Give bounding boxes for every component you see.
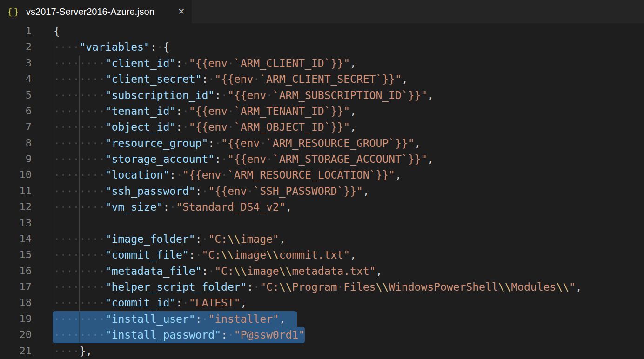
code-line[interactable]: 17········"helper_script_folder":·"C:\\P… xyxy=(0,279,644,295)
code-line[interactable]: 4········"client_secret":·"{{env·`ARM_CL… xyxy=(0,71,644,87)
indent-guide xyxy=(54,279,54,295)
line-number[interactable]: 12 xyxy=(0,199,54,215)
tab-vs2017-server2016-azure-json[interactable]: {} vs2017-Server2016-Azure.json ✕ xyxy=(0,0,192,23)
indent-guide xyxy=(79,279,80,295)
line-number[interactable]: 16 xyxy=(0,263,54,279)
indent-guide xyxy=(54,263,54,279)
code-line-content[interactable]: ········"location":·"{{env·`ARM_RESOURCE… xyxy=(54,167,644,183)
code-line[interactable]: 19········"install_user":·"installer", xyxy=(0,311,644,327)
code-line-content[interactable]: ········"metadata_file":·"C:\\image\\met… xyxy=(54,263,644,279)
code-line-content[interactable]: ········"client_id":·"{{env·`ARM_CLIENT_… xyxy=(54,55,644,71)
indent-guide xyxy=(54,39,54,55)
indent-guide xyxy=(79,71,80,87)
tab-bar: {} vs2017-Server2016-Azure.json ✕ xyxy=(0,0,644,23)
code-line[interactable]: 11········"ssh_password":·"{{env·`SSH_PA… xyxy=(0,183,644,199)
code-line[interactable]: 6········"tenant_id":·"{{env·`ARM_TENANT… xyxy=(0,103,644,119)
code-line[interactable]: 20········"install_password":·"P@ssw0rd1… xyxy=(0,327,644,343)
indent-guide xyxy=(54,247,54,263)
code-line[interactable]: 13 xyxy=(0,215,644,231)
code-line-content[interactable]: ········"image_folder":·"C:\\image", xyxy=(54,231,644,247)
indent-guide xyxy=(79,119,80,135)
line-number[interactable]: 11 xyxy=(0,183,54,199)
tab-close-icon[interactable]: ✕ xyxy=(178,7,185,16)
indent-guide xyxy=(54,183,54,199)
code-line[interactable]: 3········"client_id":·"{{env·`ARM_CLIENT… xyxy=(0,55,644,71)
indent-guide xyxy=(54,231,54,247)
line-number[interactable]: 13 xyxy=(0,215,54,231)
code-line[interactable]: 10········"location":·"{{env·`ARM_RESOUR… xyxy=(0,167,644,183)
line-number[interactable]: 18 xyxy=(0,295,54,311)
line-number[interactable]: 19 xyxy=(0,311,54,327)
line-number[interactable]: 2 xyxy=(0,39,54,55)
selection-highlight: ········"install_password":·"P@ssw0rd1" xyxy=(53,327,305,343)
indent-guide xyxy=(79,247,80,263)
code-line[interactable]: 9········"storage_account":·"{{env·`ARM_… xyxy=(0,151,644,167)
line-number[interactable]: 20 xyxy=(0,327,54,343)
indent-guide xyxy=(79,311,80,327)
line-number[interactable]: 15 xyxy=(0,247,54,263)
indent-guide xyxy=(79,135,80,151)
code-line-content[interactable]: ········"object_id":·"{{env·`ARM_OBJECT_… xyxy=(54,119,644,135)
code-line-content[interactable]: ········"install_password":·"P@ssw0rd1" xyxy=(54,327,644,343)
code-line-content[interactable]: ········"ssh_password":·"{{env·`SSH_PASS… xyxy=(54,183,644,199)
line-number[interactable]: 10 xyxy=(0,167,54,183)
line-number[interactable]: 3 xyxy=(0,55,54,71)
indent-guide xyxy=(54,55,54,71)
json-braces-icon: {} xyxy=(7,6,20,17)
line-number[interactable]: 17 xyxy=(0,279,54,295)
code-line-content[interactable]: ········"storage_account":·"{{env·`ARM_S… xyxy=(54,151,644,167)
indent-guide xyxy=(54,199,54,215)
line-number[interactable]: 8 xyxy=(0,135,54,151)
code-line[interactable]: 14········"image_folder":·"C:\\image", xyxy=(0,231,644,247)
indent-guide xyxy=(54,119,54,135)
code-line[interactable]: 18········"commit_id":·"LATEST", xyxy=(0,295,644,311)
indent-guide xyxy=(79,215,80,231)
code-line-content[interactable]: ········"install_user":·"installer", xyxy=(54,311,644,327)
code-line-content[interactable]: ········"commit_id":·"LATEST", xyxy=(54,295,644,311)
code-line-content[interactable]: ········"helper_script_folder":·"C:\\Pro… xyxy=(54,279,644,295)
code-line[interactable]: 2····"variables":·{ xyxy=(0,39,644,55)
tab-title: vs2017-Server2016-Azure.json xyxy=(26,7,154,17)
indent-guide xyxy=(54,87,54,103)
indent-guide xyxy=(54,71,54,87)
indent-guide xyxy=(79,167,80,183)
code-line-content[interactable]: ····}, xyxy=(54,343,644,359)
code-line-content[interactable]: ········"vm_size":·"Standard_DS4_v2", xyxy=(54,199,644,215)
code-editor[interactable]: 1{2····"variables":·{3········"client_id… xyxy=(0,23,644,359)
code-line-content[interactable]: ········"commit_file":·"C:\\image\\commi… xyxy=(54,247,644,263)
code-line[interactable]: 8········"resource_group":·"{{env·`ARM_R… xyxy=(0,135,644,151)
code-line[interactable]: 7········"object_id":·"{{env·`ARM_OBJECT… xyxy=(0,119,644,135)
line-number[interactable]: 6 xyxy=(0,103,54,119)
indent-guide xyxy=(79,263,80,279)
line-number[interactable]: 9 xyxy=(0,151,54,167)
code-line-content[interactable]: ········"subscription_id":·"{{env·`ARM_S… xyxy=(54,87,644,103)
indent-guide xyxy=(79,295,80,311)
line-number[interactable]: 5 xyxy=(0,87,54,103)
indent-guide xyxy=(79,231,80,247)
code-line[interactable]: 21····}, xyxy=(0,343,644,359)
line-number[interactable]: 4 xyxy=(0,71,54,87)
code-line-content[interactable]: ····"variables":·{ xyxy=(54,39,644,55)
indent-guide xyxy=(79,199,80,215)
code-line[interactable]: 16········"metadata_file":·"C:\\image\\m… xyxy=(0,263,644,279)
code-line[interactable]: 1{ xyxy=(0,23,644,39)
indent-guide xyxy=(54,343,54,359)
line-number[interactable]: 1 xyxy=(0,23,54,39)
code-line[interactable]: 15········"commit_file":·"C:\\image\\com… xyxy=(0,247,644,263)
code-line-content[interactable]: { xyxy=(54,23,644,39)
indent-guide xyxy=(54,167,54,183)
indent-guide xyxy=(54,135,54,151)
selection-highlight: ········"install_user":·"installer", xyxy=(53,311,297,327)
code-line-content[interactable]: ········"tenant_id":·"{{env·`ARM_TENANT_… xyxy=(54,103,644,119)
indent-guide xyxy=(79,327,80,343)
code-line[interactable]: 5········"subscription_id":·"{{env·`ARM_… xyxy=(0,87,644,103)
indent-guide xyxy=(79,55,80,71)
line-number[interactable]: 14 xyxy=(0,231,54,247)
line-number[interactable]: 7 xyxy=(0,119,54,135)
code-line-content[interactable]: ········"client_secret":·"{{env·`ARM_CLI… xyxy=(54,71,644,87)
code-line[interactable]: 12········"vm_size":·"Standard_DS4_v2", xyxy=(0,199,644,215)
code-line-content[interactable]: ········"resource_group":·"{{env·`ARM_RE… xyxy=(54,135,644,151)
indent-guide xyxy=(54,295,54,311)
code-line-content[interactable] xyxy=(54,215,644,231)
line-number[interactable]: 21 xyxy=(0,343,54,359)
